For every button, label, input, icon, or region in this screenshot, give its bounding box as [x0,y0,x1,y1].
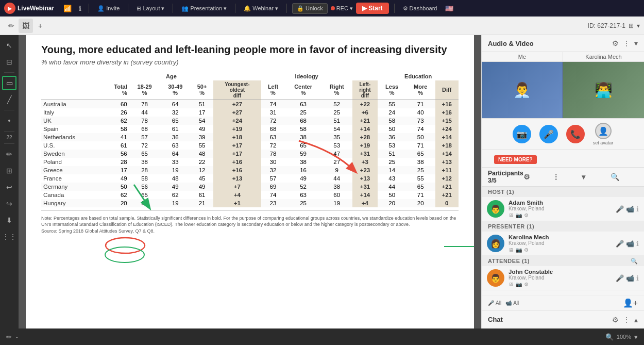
invite-icon: 👤 [97,5,105,12]
me-label: Me [482,52,563,61]
col-diff: Diff [435,80,459,100]
presenter-mic-icon[interactable]: 🎤 [616,240,624,248]
attendee-mic-icon[interactable]: 🎤 [616,274,624,282]
rectangle-tool-icon[interactable]: ▭ [2,76,16,90]
dashboard-button[interactable]: ⚙ Dashboard [400,4,440,13]
table-row: Spain 58 68 61 49 +19 68 58 54 +14 50 74… [41,125,459,133]
need-more-button[interactable]: NEED MORE? [494,155,537,164]
line-tool-icon[interactable]: ╱ [2,92,16,107]
dot-tool-icon[interactable]: • [2,113,16,128]
unlock-button[interactable]: 🔒 Unlock [292,3,328,14]
undo-icon[interactable]: ↩ [2,180,16,194]
download-icon[interactable]: ⬇ [2,213,16,227]
participant-item-presenter[interactable]: 👩 Karolina Mech Krakow, Poland 🖥 📷 ⚙ 🎤 📹… [482,232,644,256]
chat-collapse-icon[interactable]: ▴ [634,316,638,324]
layout-button[interactable]: ⊞ Layout ▾ [133,4,167,13]
grid-tool-icon[interactable]: ⊞ [2,163,16,178]
diff-cell: +14 [435,150,459,158]
less-cell: 55 [378,100,406,108]
left-cell: 30 [261,158,285,166]
all-mic-button[interactable]: 🎤 All [488,300,501,306]
participant-item-attendee[interactable]: 👨 John Constable Krakow, Poland 🖥 📷 ⚙ 🎤 … [482,266,644,290]
participants-search-icon[interactable]: 🔍 [611,173,638,181]
right-cell: 60 [321,191,352,199]
attendee-avatar: 👨 [487,269,504,287]
slides-panel-icon[interactable]: ⊟ [2,55,16,69]
apps-icon[interactable]: ⋮⋮ [2,229,16,244]
total-cell: 58 [101,125,129,133]
host-video-icon[interactable]: 📹 [626,205,634,213]
attendee-info-icon[interactable]: ℹ [636,274,639,282]
total-cell: 56 [101,150,129,158]
rec-button[interactable]: REC ▾ [331,5,353,12]
age1829-cell: 22 [129,199,160,207]
zoom-search-icon[interactable]: 🔍 [605,333,614,341]
cursor-tool-icon[interactable]: ↖ [2,38,16,53]
more-cell: 50 [406,133,435,141]
participants-settings-icon[interactable]: ⚙ [523,173,551,181]
end-call-button[interactable]: 📞 [566,125,585,143]
less-cell: 51 [378,150,406,158]
ydiff-cell: +17 [213,150,261,158]
left-cell: 57 [261,174,285,183]
nav-separator-3 [173,4,173,13]
invite-button[interactable]: 👤 Invite [94,4,123,13]
vertical-dots-icon[interactable]: ⋮ [623,39,630,47]
add-tool-icon[interactable]: + [33,19,47,33]
participants-dots-icon[interactable]: ⋮ [552,173,580,181]
col-more: More% [406,80,435,100]
host-info-icon[interactable]: ℹ [636,205,639,213]
add-participant-button[interactable]: 👤+ [623,298,638,308]
all-video-button[interactable]: 📹 All [505,300,519,306]
presentation-chevron-icon: ▾ [224,5,227,12]
presentation-button[interactable]: 👥 Presentation ▾ [178,4,230,13]
attendee-video-icon[interactable]: 📹 [626,274,634,282]
redo-icon[interactable]: ↪ [2,196,16,211]
participants-collapse-icon[interactable]: ▾ [582,173,609,181]
less-cell: 58 [378,117,406,125]
image-tool-icon[interactable]: 🖼 [19,19,33,33]
audio-video-title: Audio & Video [488,40,612,47]
participant-item-host[interactable]: 👨 Adam Smith Krakow, Poland 🖥 📷 ⚙ 🎤 📹 ℹ [482,197,644,221]
table-row: U.S. 61 72 63 55 +17 72 65 53 +19 53 71 … [41,141,459,150]
lrdiff-cell: +21 [352,117,378,125]
layout-icon: ⊞ [137,5,141,12]
presenter-avatar: 👩 [487,235,504,252]
chevron-down-icon[interactable]: ▾ [637,22,640,29]
presenter-info-icon[interactable]: ℹ [636,240,639,248]
mic-button[interactable]: 🎤 [539,125,558,143]
country-cell: Sweden [41,150,101,158]
settings-icon[interactable]: ⚙ [612,39,619,47]
total-cell: 17 [101,166,129,174]
chat-settings-icon[interactable]: ⚙ [612,316,619,324]
total-cell: 20 [101,199,129,207]
expand-icon[interactable]: ⊞ [629,22,634,29]
set-avatar-button[interactable]: 👤 set avatar [593,123,614,145]
nav-separator-5 [286,4,287,13]
start-button[interactable]: ▶ Start [356,3,389,14]
col-total: Total% [101,80,129,100]
presenter-name: Karolina Mech [509,234,612,240]
presentation-label: Presentation [190,5,222,11]
host-mic-icon[interactable]: 🎤 [616,205,624,213]
presenter-video-icon[interactable]: 📹 [626,240,634,248]
pen-icon[interactable]: ✏ [6,333,12,341]
table-row: Netherlands 41 57 36 39 +18 63 38 35 +28… [41,133,459,141]
less-cell: 53 [378,141,406,150]
chat-dots-icon[interactable]: ⋮ [623,316,630,324]
draw-tool-icon[interactable]: ✏ [2,147,16,161]
pencil-tool-icon[interactable]: ✏ [4,19,19,33]
presenter-camera-icon: 📷 [516,247,522,253]
total-cell: 62 [101,117,129,125]
age50-cell: 51 [191,100,213,108]
info-icon[interactable]: ℹ [77,4,83,13]
camera-button[interactable]: 📷 [513,125,531,143]
canvas-area[interactable]: Young, more educated and left-leaning pe… [19,35,481,328]
age1829-cell: 78 [129,117,160,125]
attendee-search-icon[interactable]: 🔍 [631,258,638,265]
age3049-cell: 19 [160,166,191,174]
collapse-icon[interactable]: ▾ [634,39,638,47]
zoom-chevron-icon[interactable]: ▾ [634,333,638,341]
webinar-button[interactable]: 🔔 Webinar ▾ [241,4,281,13]
center-cell: 52 [285,183,321,191]
